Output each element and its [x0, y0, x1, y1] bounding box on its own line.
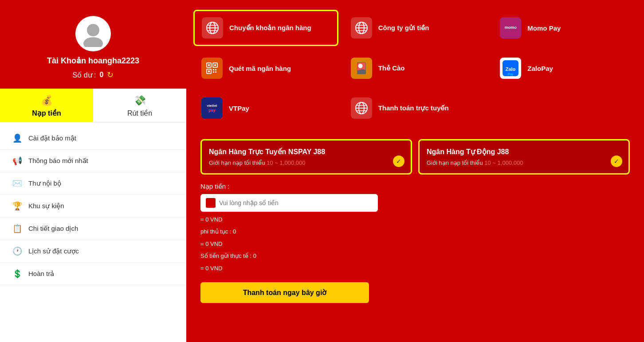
qr-icon — [201, 58, 223, 79]
vtpay-icon: viettel pay — [201, 97, 223, 119]
tab-bar: 💰 Nạp tiền 💸 Rút tiền — [0, 89, 186, 123]
menu-item-refund[interactable]: 💲 Hoàn trả — [0, 263, 186, 285]
calc-line-2: phí thủ tục : 0 — [200, 226, 630, 237]
pay-now-button[interactable]: Thanh toán ngay bây giờ — [200, 282, 369, 303]
balance-value: 0 — [100, 71, 104, 79]
svg-text:pay: pay — [208, 108, 216, 113]
bank-transfer-icon — [202, 17, 223, 39]
nspay-check-icon: ✓ — [393, 155, 404, 167]
notification-label: Thông báo mới nhất — [28, 157, 88, 165]
flag-icon — [206, 198, 216, 208]
auto-check-icon: ✓ — [611, 155, 622, 167]
mail-label: Thư nội bộ — [28, 179, 61, 187]
calc-line-1: = 0 VND — [200, 214, 630, 225]
deposit-label: Nạp tiền : — [200, 183, 630, 190]
payment-btn-company[interactable]: Công ty gửi tiền — [343, 10, 488, 46]
svg-rect-20 — [213, 71, 214, 73]
profile-section: Tài Khoản hoangha2223 Số dư : 0 ↻ — [0, 3, 186, 89]
online-label: Thanh toán trực tuyến — [378, 104, 449, 112]
bank-card-auto[interactable]: Ngân Hàng Tự Động J88 Giới hạn nạp tối t… — [418, 139, 630, 175]
nap-tien-icon: 💰 — [41, 95, 53, 106]
company-icon — [351, 17, 372, 39]
mail-icon: ✉️ — [12, 179, 22, 188]
payment-btn-zalopay[interactable]: Zalo Pay ZaloPay — [492, 51, 637, 86]
menu-item-notification[interactable]: 📢 Thông báo mới nhất — [0, 150, 186, 172]
svg-rect-15 — [214, 64, 216, 66]
svg-text:viettel: viettel — [207, 104, 217, 108]
payment-btn-online[interactable]: Thanh toán trực tuyến — [343, 90, 488, 126]
qr-label: Quét mã ngân hàng — [229, 65, 291, 72]
the-cao-icon: 🎴 — [351, 58, 372, 79]
momo-label: Momo Pay — [527, 24, 561, 32]
security-label: Cài đặt bảo mật — [28, 134, 76, 142]
svg-rect-13 — [208, 64, 210, 66]
history-icon: 🕐 — [12, 246, 22, 256]
notification-icon: 📢 — [12, 156, 22, 166]
menu-item-security[interactable]: 👤 Cài đặt bảo mật — [0, 127, 186, 150]
auto-limit: Giới hạn nạp tối thiểu 10 ~ 1,000,000 — [427, 159, 621, 166]
svg-rect-21 — [215, 71, 216, 73]
tab-rut-tien[interactable]: 💸 Rút tiền — [93, 89, 186, 122]
nspay-title: Ngân Hàng Trực Tuyến NSPAY J88 — [209, 148, 404, 156]
sidebar: Tài Khoản hoangha2223 Số dư : 0 ↻ 💰 Nạp … — [0, 3, 186, 342]
tab-nap-tien[interactable]: 💰 Nạp tiền — [0, 89, 93, 122]
sidebar-menu: 👤 Cài đặt bảo mật 📢 Thông báo mới nhất ✉… — [0, 123, 186, 290]
history-label: Lịch sử đặt cược — [28, 247, 79, 255]
main-content: Chuyển khoản ngân hàng Công ty gửi tiền — [186, 3, 644, 342]
svg-rect-19 — [215, 69, 216, 70]
payment-btn-qr[interactable]: Quét mã ngân hàng — [193, 51, 338, 86]
calc-line-4: Số tiền gửi thực tế : 0 — [200, 251, 630, 261]
auto-title: Ngân Hàng Tự Động J88 — [427, 148, 621, 156]
payment-btn-the-cao[interactable]: 🎴 Thẻ Cào — [343, 51, 488, 86]
rut-tien-label: Rút tiền — [127, 109, 152, 117]
company-label: Công ty gửi tiền — [378, 24, 429, 32]
rut-tien-icon: 💸 — [134, 95, 146, 106]
avatar-icon — [80, 20, 106, 47]
online-icon — [351, 97, 372, 119]
event-label: Khu sự kiện — [28, 202, 64, 210]
menu-item-history[interactable]: 🕐 Lịch sử đặt cược — [0, 240, 186, 263]
zalopay-label: ZaloPay — [527, 65, 553, 72]
calc-line-3: = 0 VND — [200, 239, 630, 249]
avatar — [75, 16, 111, 51]
calc-line-5: = 0 VND — [200, 263, 630, 273]
bank-transfer-label: Chuyển khoản ngân hàng — [229, 24, 311, 32]
transaction-label: Chi tiết giao dịch — [28, 225, 78, 233]
refund-label: Hoàn trả — [28, 270, 54, 278]
menu-item-event[interactable]: 🏆 Khu sự kiện — [0, 195, 186, 218]
payment-btn-bank-transfer[interactable]: Chuyển khoản ngân hàng — [193, 10, 338, 46]
zalopay-icon: Zalo Pay — [500, 58, 521, 79]
input-wrapper — [200, 194, 378, 212]
deposit-input[interactable] — [219, 196, 373, 210]
menu-item-mail[interactable]: ✉️ Thư nội bộ — [0, 172, 186, 195]
svg-rect-17 — [208, 70, 210, 72]
payment-btn-vtpay[interactable]: viettel pay VTPay — [193, 90, 338, 126]
svg-text:Pay: Pay — [508, 73, 514, 76]
payment-grid: Chuyển khoản ngân hàng Công ty gửi tiền — [193, 10, 637, 126]
refund-icon: 💲 — [12, 269, 22, 279]
menu-item-transaction[interactable]: 📋 Chi tiết giao dịch — [0, 218, 186, 240]
balance-row: Số dư : 0 ↻ — [73, 70, 114, 80]
momo-icon: momo — [500, 17, 521, 39]
deposit-form: Nạp tiền : = 0 VND phí thủ tục : 0 = 0 V… — [200, 183, 630, 303]
bank-card-nspay[interactable]: Ngân Hàng Trực Tuyến NSPAY J88 Giới hạn … — [200, 139, 412, 175]
transaction-icon: 📋 — [12, 224, 22, 233]
vtpay-label: VTPay — [229, 105, 249, 112]
username: Tài Khoản hoangha2223 — [47, 56, 139, 66]
bank-section: Ngân Hàng Trực Tuyến NSPAY J88 Giới hạn … — [193, 132, 637, 310]
svg-text:Zalo: Zalo — [506, 66, 516, 72]
nap-tien-label: Nạp tiền — [32, 109, 61, 117]
payment-btn-momo[interactable]: momo Momo Pay — [492, 10, 637, 46]
svg-rect-18 — [213, 69, 214, 70]
the-cao-label: Thẻ Cào — [378, 64, 405, 72]
svg-point-1 — [83, 37, 103, 47]
nspay-limit: Giới hạn nạp tối thiểu 10 ~ 1,000,000 — [209, 159, 404, 166]
event-icon: 🏆 — [12, 201, 22, 211]
security-icon: 👤 — [12, 133, 22, 143]
refresh-icon[interactable]: ↻ — [107, 70, 114, 80]
svg-point-0 — [87, 24, 99, 36]
balance-label: Số dư : — [73, 71, 96, 79]
bank-cards: Ngân Hàng Trực Tuyến NSPAY J88 Giới hạn … — [200, 139, 630, 175]
